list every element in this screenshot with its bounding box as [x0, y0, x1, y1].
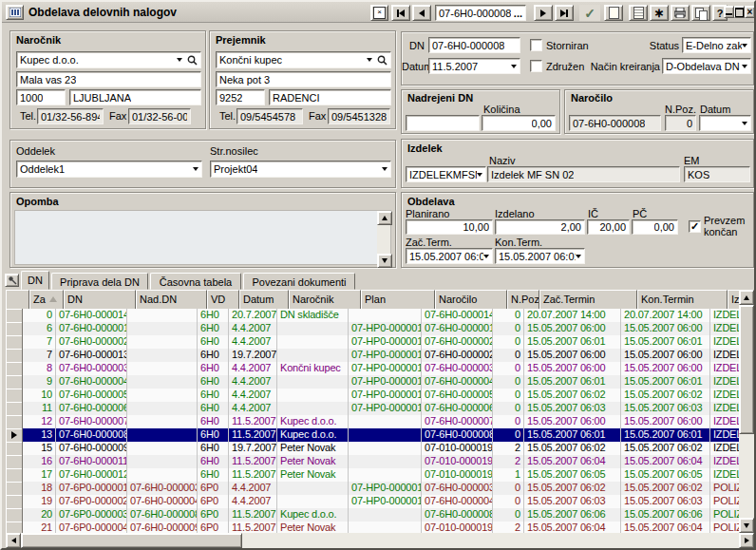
- chevron-down-icon[interactable]: [742, 44, 747, 47]
- status-combo[interactable]: E-Delno zaključe: [682, 37, 751, 53]
- chevron-down-icon[interactable]: [367, 58, 372, 62]
- print-button[interactable]: [671, 5, 690, 21]
- prejemnik-zip-field[interactable]: 9252: [216, 89, 265, 105]
- chevron-down-icon[interactable]: [511, 65, 517, 68]
- table-row[interactable]: 007-6H0-0000146H020.7.2007DN skladišče07…: [6, 309, 739, 322]
- hscroll-right-button[interactable]: [739, 533, 754, 548]
- prev-record-button[interactable]: [412, 5, 431, 21]
- window-icon[interactable]: [6, 5, 24, 20]
- vscroll-down-button[interactable]: [739, 518, 754, 533]
- kon-term-combo[interactable]: 15.05.2007 06:01: [495, 248, 585, 264]
- new-record-button[interactable]: [604, 5, 623, 21]
- minimize-button[interactable]: [724, 6, 734, 18]
- copy-button[interactable]: [691, 5, 710, 21]
- prejemnik-tel-field[interactable]: 09/5454578: [236, 108, 303, 124]
- opomba-textarea[interactable]: [14, 210, 391, 265]
- table-row[interactable]: 1707-6H0-0000126H011.5.2007Peter Novak07…: [6, 468, 739, 482]
- table-row[interactable]: 707-6H0-0000026H04.4.200707-HP0-00000107…: [6, 335, 739, 349]
- nacin-combo[interactable]: D-Obdelava DN: [662, 58, 751, 74]
- chevron-down-icon[interactable]: [382, 167, 387, 171]
- record-ellipsis-button[interactable]: ...: [514, 8, 522, 19]
- opomba-scrollbar[interactable]: [377, 211, 390, 264]
- vscroll-up-button[interactable]: [739, 290, 754, 305]
- tab-casovna-tabela[interactable]: Časovna tabela: [150, 273, 241, 290]
- table-row[interactable]: 1307-6H0-0000086H011.5.2007Kupec d.o.o.0…: [6, 428, 739, 442]
- chevron-down-icon[interactable]: [576, 255, 581, 258]
- pc-field[interactable]: 0,00: [632, 219, 678, 235]
- vscroll-thumb[interactable]: [739, 305, 754, 434]
- chevron-down-icon[interactable]: [483, 255, 489, 258]
- last-record-button[interactable]: [555, 5, 574, 21]
- table-row[interactable]: 1507-6H0-0000096H019.7.2007Peter Novak07…: [6, 442, 739, 455]
- zdruzen-checkbox[interactable]: [530, 60, 542, 72]
- table-row[interactable]: 707-6H0-0000136H019.7.200707-HP0-0000010…: [6, 349, 739, 362]
- narocnik-fax-field[interactable]: 01/32-56-000: [128, 108, 191, 124]
- planirano-field[interactable]: 10,00: [406, 219, 493, 235]
- prejemnik-combo[interactable]: Končni kupec: [216, 51, 391, 68]
- scroll-down-button[interactable]: [377, 254, 392, 268]
- narocnik-city-field[interactable]: LJUBLJANA: [69, 89, 201, 105]
- narocnik-combo[interactable]: Kupec d.o.o.: [16, 51, 201, 68]
- table-row[interactable]: 607-6H0-0000016H04.4.200707-HP0-00000107…: [6, 322, 739, 335]
- prejemnik-fax-field[interactable]: 09/5451328: [328, 108, 390, 124]
- next-record-button[interactable]: [534, 5, 553, 21]
- npoz-field[interactable]: 0: [665, 115, 696, 131]
- table-row[interactable]: 1907-6P0-00000207-6H0-0000046P04.4.20070…: [6, 495, 739, 508]
- confirm-button[interactable]: ✓: [579, 5, 600, 21]
- chevron-down-icon[interactable]: [742, 65, 747, 68]
- narocnik-zip-field[interactable]: 1000: [16, 89, 66, 105]
- table-row[interactable]: 2107-6P0-00000407-6H0-0000096P011.5.2007…: [6, 522, 739, 533]
- kolicina-field[interactable]: 0,00: [482, 115, 556, 131]
- oddelek-combo[interactable]: Oddelek1: [16, 161, 202, 178]
- grid-hscrollbar[interactable]: [6, 533, 754, 548]
- close-record-button[interactable]: ×: [370, 5, 388, 21]
- narocnik-address-field[interactable]: Mala vas 23: [16, 71, 201, 87]
- table-row[interactable]: 1007-6H0-0000056H04.4.200707-HP0-0000010…: [6, 389, 739, 402]
- chevron-down-icon[interactable]: [742, 122, 747, 125]
- report-button[interactable]: [629, 5, 648, 21]
- prejemnik-address-field[interactable]: Neka pot 3: [216, 71, 391, 87]
- izdelek-combo[interactable]: IZDELEKMFSN02: [406, 166, 486, 182]
- scroll-up-button[interactable]: [377, 211, 392, 225]
- prevzem-checkbox[interactable]: [689, 220, 701, 233]
- table-row[interactable]: 1807-6P0-00000107-6H0-0000036P04.4.20070…: [6, 482, 739, 495]
- tab-povezani-dokumenti[interactable]: Povezani dokumenti: [243, 273, 355, 290]
- chevron-down-icon[interactable]: [477, 173, 482, 177]
- narocilo-dn-field[interactable]: 07-6H0-000008: [569, 115, 661, 131]
- chevron-down-icon[interactable]: [193, 167, 198, 171]
- search-icon[interactable]: [377, 55, 387, 66]
- prejemnik-city-field[interactable]: RADENCI: [269, 89, 391, 105]
- table-row[interactable]: 1607-6H0-0000116H011.5.2007Peter Novak07…: [6, 455, 739, 468]
- naziv-field[interactable]: Izdelek MF SN 02: [487, 166, 680, 182]
- table-row[interactable]: 1107-6H0-0000066H04.4.200707-HP0-0000010…: [6, 402, 739, 415]
- zac-term-combo[interactable]: 15.05.2007 06:01: [406, 248, 493, 264]
- search-icon[interactable]: [187, 55, 198, 66]
- record-combo[interactable]: 07-6H0-000008 ...: [435, 5, 526, 21]
- nosilec-combo[interactable]: Projekt04: [210, 161, 391, 178]
- nadrejeni-dn-field[interactable]: [406, 115, 480, 131]
- izdelano-field[interactable]: 2,00: [495, 219, 585, 235]
- grid-vscrollbar[interactable]: [739, 290, 754, 533]
- table-row[interactable]: 2007-6P0-00000307-6H0-0000086P011.5.2007…: [6, 508, 739, 522]
- hscroll-thumb[interactable]: [21, 533, 242, 548]
- tools-button[interactable]: ∗: [650, 5, 669, 21]
- pin-button[interactable]: [5, 274, 19, 287]
- chevron-down-icon[interactable]: [177, 58, 182, 62]
- storniran-checkbox[interactable]: [530, 39, 542, 51]
- em-field[interactable]: KOS: [684, 166, 750, 182]
- narocilo-datum-combo[interactable]: [699, 115, 751, 131]
- tab-dn[interactable]: DN: [21, 271, 49, 290]
- hscroll-left-button[interactable]: [6, 533, 21, 548]
- table-row[interactable]: 807-6H0-0000036H04.4.2007Končni kupec07-…: [6, 362, 739, 375]
- close-button[interactable]: ×: [745, 6, 755, 18]
- tab-priprava-dela-dn[interactable]: Priprava dela DN: [51, 273, 148, 290]
- first-record-button[interactable]: [391, 5, 410, 21]
- scroll-track[interactable]: [377, 225, 390, 254]
- datum-combo[interactable]: 11.5.2007: [428, 58, 520, 74]
- maximize-button[interactable]: [734, 6, 745, 18]
- dn-field[interactable]: 07-6H0-000008: [428, 37, 520, 53]
- ic-field[interactable]: 20,00: [587, 219, 630, 235]
- table-row[interactable]: 907-6H0-0000046H04.4.200707-HP0-00000107…: [6, 375, 739, 389]
- narocnik-tel-field[interactable]: 01/32-56-894: [37, 108, 104, 124]
- table-row[interactable]: 1207-6H0-0000076H011.5.2007Kupec d.o.o.0…: [6, 415, 739, 428]
